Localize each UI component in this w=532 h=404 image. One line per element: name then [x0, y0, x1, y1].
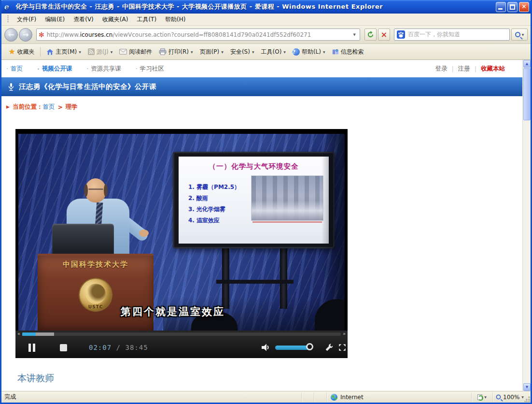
close-button[interactable]: ✕ [519, 2, 529, 12]
security-menu-button[interactable]: 安全(S) ▼ [227, 46, 258, 58]
volume-icon[interactable] [261, 343, 270, 352]
sitenav-item-learning-community[interactable]: ·学习社区 [136, 65, 164, 73]
sitenav-item-home[interactable]: ·首页 [6, 65, 23, 73]
refresh-icon [367, 31, 374, 38]
browser-window: e 化学与日常生活中的安全 - 汪志勇 - 中国科学技术大学 - 大学视频公开课… [0, 0, 532, 404]
photo-caption [252, 221, 322, 223]
favorite-site-link[interactable]: 收藏本站 [481, 65, 505, 73]
page-dropdown-icon: ▼ [221, 50, 224, 54]
page-menu-label: 页面(P) [200, 48, 220, 56]
print-button[interactable]: 打印(R) ▼ [155, 46, 196, 58]
status-pane [302, 393, 314, 402]
resize-grip[interactable] [524, 396, 530, 402]
print-dropdown-icon: ▼ [191, 50, 193, 54]
print-icon [159, 48, 167, 55]
sitenav-video-label: 视频公开课 [42, 65, 72, 73]
menu-tools[interactable]: 工具(T) [132, 14, 161, 25]
microphone-icon [7, 83, 15, 91]
home-label: 主页(M) [56, 48, 77, 56]
address-dropdown-icon[interactable]: ▼ [351, 31, 358, 39]
menu-file[interactable]: 文件(F) [13, 14, 41, 25]
window-title: 化学与日常生活中的安全 - 汪志勇 - 中国科学技术大学 - 大学视频公开课播放… [15, 2, 494, 11]
sitenav-item-video-courses[interactable]: ·视频公开课 [37, 65, 72, 73]
forward-button[interactable]: → [19, 28, 32, 42]
zoom-icon [496, 395, 501, 400]
back-icon: ← [8, 30, 14, 39]
volume-knob[interactable] [306, 343, 313, 350]
seek-track[interactable] [22, 332, 341, 336]
menu-help[interactable]: 帮助(H) [161, 14, 190, 25]
url-path: /viewVcourse.action?courseId=ff80808141d… [112, 31, 311, 38]
read-mail-button[interactable]: 阅读邮件 [116, 46, 155, 58]
mode-dropdown-icon: ▼ [484, 395, 487, 399]
help-menu-label: 帮助(L) [302, 48, 321, 56]
minimize-button[interactable] [496, 2, 506, 12]
register-link[interactable]: 注册 [458, 65, 470, 73]
podium: 中国科学技术大学 USTC [38, 254, 154, 331]
tools-menu-button[interactable]: 工具(O) ▼ [258, 46, 289, 58]
tv-stand-bar [216, 280, 294, 284]
vertical-scrollbar[interactable]: ▲ ▼ [522, 60, 531, 391]
seek-progress [22, 332, 36, 336]
stop-button[interactable]: × [378, 29, 390, 41]
info-search-button[interactable]: 信息检索 [329, 46, 367, 58]
emblem-label: USTC [88, 303, 103, 311]
pause-icon [28, 344, 31, 352]
search-placeholder: 百度一下，你就知道 [408, 30, 460, 39]
search-button[interactable]: ▼ [511, 29, 528, 41]
breadcrumb-category-link[interactable]: 理学 [66, 103, 78, 111]
home-button[interactable]: 主页(M) ▼ [43, 46, 84, 58]
security-menu-label: 安全(S) [230, 48, 250, 56]
divider: | [475, 65, 476, 72]
url-text: http://www.icourses.cn/viewVcourse.actio… [47, 31, 311, 38]
feeds-button[interactable]: 源(J) ▼ [84, 46, 116, 58]
read-mail-label: 阅读邮件 [129, 48, 152, 56]
search-icon [515, 32, 520, 37]
seek-forward-icon[interactable]: » [343, 331, 346, 337]
menu-view[interactable]: 查看(V) [69, 14, 98, 25]
divider [40, 47, 41, 57]
page-refresh-icon [477, 394, 482, 400]
protected-mode-pane[interactable]: ▼ [472, 393, 493, 402]
back-button[interactable]: ← [4, 28, 18, 42]
security-dropdown-icon: ▼ [252, 50, 254, 54]
scroll-down-button[interactable]: ▼ [523, 383, 531, 391]
menu-favorites[interactable]: 收藏夹(A) [98, 14, 133, 25]
emblem-core [85, 284, 106, 304]
current-time: 02:07 [89, 344, 112, 351]
lecturer-glasses [88, 188, 103, 190]
menu-edit[interactable]: 编辑(E) [41, 14, 69, 25]
help-menu-button[interactable]: ? 帮助(L) ▼ [289, 46, 329, 58]
tools-dropdown-icon: ▼ [283, 50, 286, 54]
maximize-button[interactable] [507, 2, 518, 12]
breadcrumb-home-link[interactable]: 首页 [42, 103, 55, 111]
favorites-button[interactable]: ★ 收藏夹 [5, 45, 38, 58]
scrollbar-thumb[interactable] [523, 68, 531, 120]
info-search-icon [332, 48, 339, 55]
sitenav-community-label: 学习社区 [140, 65, 164, 73]
address-input[interactable]: ✻ http://www.icourses.cn/viewVcourse.act… [36, 29, 360, 41]
close-icon: ✕ [519, 3, 529, 10]
seek-bar[interactable]: « » [15, 331, 348, 337]
menu-bar: 文件(F) 编辑(E) 查看(V) 收藏夹(A) 工具(T) 帮助(H) [1, 14, 531, 26]
zoom-dropdown-icon: ▼ [521, 395, 524, 399]
stop-playback-button[interactable] [60, 344, 67, 351]
seek-back-icon[interactable]: « [17, 331, 20, 337]
video-player[interactable]: （一）化学与大气环境安全 1. 雾霾（PM2.5） 2. 酸雨 3. 光化学烟雾… [15, 129, 348, 358]
favorites-label: 收藏夹 [17, 48, 34, 56]
search-box[interactable]: 百度一下，你就知道 [394, 29, 510, 41]
page-menu-button[interactable]: 页面(P) ▼ [196, 46, 227, 58]
refresh-button[interactable] [364, 29, 377, 41]
home-icon [46, 48, 54, 56]
video-frame[interactable]: （一）化学与大气环境安全 1. 雾霾（PM2.5） 2. 酸雨 3. 光化学烟雾… [18, 134, 345, 331]
scroll-up-button[interactable]: ▲ [523, 60, 531, 68]
pause-button[interactable] [28, 344, 37, 352]
fullscreen-icon[interactable] [338, 343, 347, 352]
settings-wrench-icon[interactable] [324, 343, 334, 352]
account-links: 登录 | 注册 | 收藏本站 [435, 65, 505, 73]
sitenav-item-shared-resources[interactable]: ·资源共享课 [86, 65, 121, 73]
login-link[interactable]: 登录 [435, 65, 448, 73]
slide-item: 3. 光化学烟雾 [188, 204, 240, 215]
teacher-section-heading: 本讲教师 [17, 372, 54, 385]
print-label: 打印(R) [168, 48, 189, 56]
